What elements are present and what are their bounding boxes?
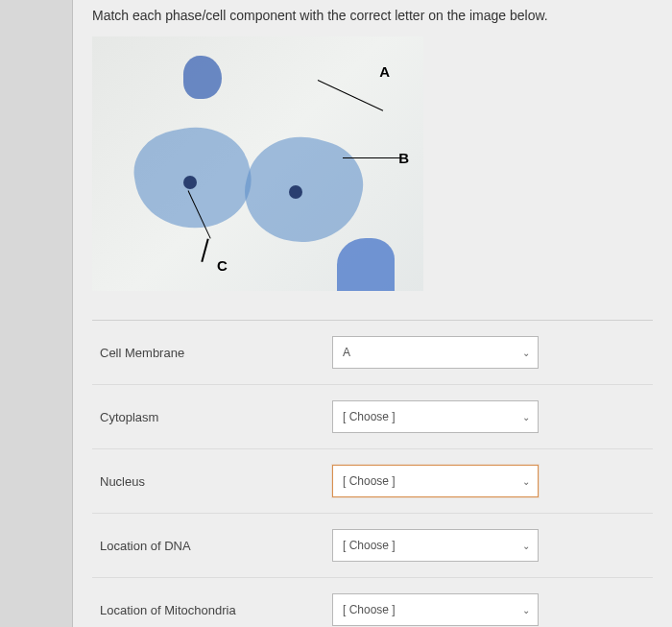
image-label-c: C [217,257,228,274]
select-value: A [343,346,350,359]
match-label-location-dna: Location of DNA [92,539,332,553]
chevron-down-icon: ⌄ [522,348,530,358]
select-location-mitochondria[interactable]: [ Choose ] ⌄ [332,593,539,626]
pointer-line-a [318,80,383,111]
cell-fragment [183,56,222,99]
match-row: Nucleus [ Choose ] ⌄ [92,449,653,514]
select-value: [ Choose ] [343,410,396,423]
select-nucleus[interactable]: [ Choose ] ⌄ [332,465,539,497]
chevron-down-icon: ⌄ [522,605,530,615]
image-label-a: A [379,63,390,80]
question-container: Match each phase/cell component with the… [72,0,672,627]
match-label-cell-membrane: Cell Membrane [92,346,332,360]
chevron-down-icon: ⌄ [522,476,530,487]
select-value: [ Choose ] [343,603,396,616]
question-prompt: Match each phase/cell component with the… [92,0,653,36]
select-cytoplasm[interactable]: [ Choose ] ⌄ [332,400,539,433]
select-value: [ Choose ] [343,539,396,552]
pointer-line-c2 [202,239,209,263]
image-label-b: B [398,150,409,166]
cell-shape-right [234,124,372,255]
pointer-line-b [343,157,405,158]
match-row: Cytoplasm [ Choose ] ⌄ [92,385,653,449]
match-label-nucleus: Nucleus [92,474,332,489]
cell-image: A B C [92,36,423,291]
chevron-down-icon: ⌄ [522,541,530,551]
select-cell-membrane[interactable]: A ⌄ [332,336,539,369]
cell-corner [337,238,395,291]
cell-nucleus-1 [183,176,197,189]
match-label-cytoplasm: Cytoplasm [92,410,332,424]
matching-section: Cell Membrane A ⌄ Cytoplasm [ Choose ] ⌄… [92,320,653,627]
match-row: Cell Membrane A ⌄ [92,321,653,385]
chevron-down-icon: ⌄ [522,412,530,422]
match-row: Location of DNA [ Choose ] ⌄ [92,514,653,578]
select-location-dna[interactable]: [ Choose ] ⌄ [332,529,539,562]
cell-nucleus-2 [289,185,302,199]
select-value: [ Choose ] [343,474,396,488]
match-label-location-mitochondria: Location of Mitochondria [92,603,332,617]
match-row: Location of Mitochondria [ Choose ] ⌄ [92,578,653,627]
